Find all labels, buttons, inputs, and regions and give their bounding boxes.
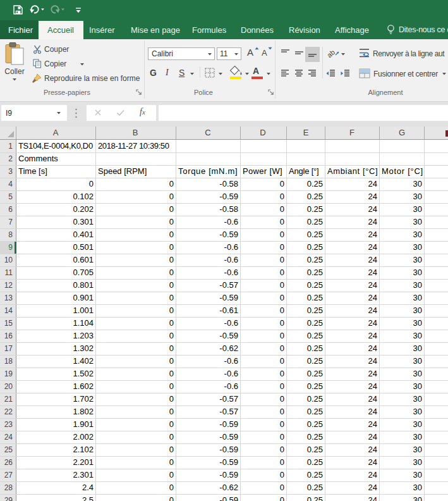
svg-text:ab: ab	[327, 48, 336, 59]
